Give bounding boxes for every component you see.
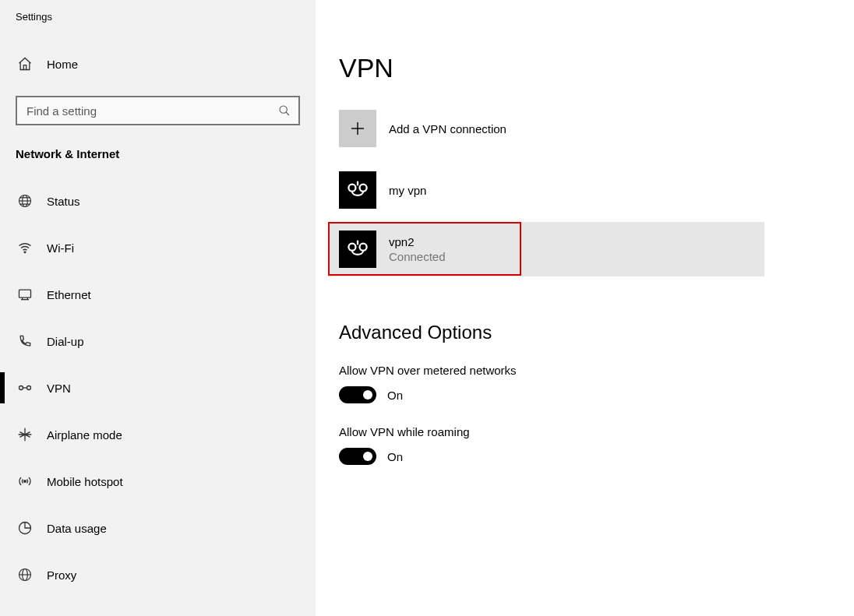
search-box[interactable] — [16, 96, 300, 125]
sidebar: Settings Home Network & Internet — [0, 0, 316, 616]
option-metered: Allow VPN over metered networks On — [339, 364, 854, 403]
hotspot-icon — [16, 473, 34, 489]
sidebar-item-label: Mobile hotspot — [47, 475, 123, 488]
vpn-connection-name: my vpn — [389, 184, 426, 197]
svg-point-11 — [27, 386, 31, 390]
ethernet-icon — [16, 287, 34, 302]
svg-point-10 — [19, 386, 23, 390]
svg-rect-6 — [19, 290, 31, 297]
airplane-icon — [16, 427, 34, 442]
sidebar-item-dialup[interactable]: Dial-up — [0, 318, 316, 364]
search-input[interactable] — [25, 104, 278, 118]
sidebar-item-proxy[interactable]: Proxy — [0, 551, 316, 598]
page-title: VPN — [339, 53, 854, 83]
add-vpn-button[interactable]: Add a VPN connection — [339, 110, 854, 147]
phone-icon — [16, 333, 34, 349]
svg-point-23 — [360, 244, 367, 251]
wifi-icon — [16, 240, 34, 255]
svg-point-19 — [348, 185, 355, 192]
option-label: Allow VPN while roaming — [339, 425, 854, 438]
sidebar-home[interactable]: Home — [0, 46, 316, 82]
vpn-connection-item[interactable]: my vpn — [339, 171, 854, 209]
vpn-connection-icon — [339, 231, 376, 268]
svg-point-20 — [360, 185, 367, 192]
sidebar-item-label: Ethernet — [47, 288, 91, 301]
app-title: Settings — [0, 0, 316, 46]
sidebar-item-label: VPN — [47, 382, 71, 395]
vpn-connection-item-selected[interactable]: vpn2 Connected — [328, 222, 764, 276]
vpn-icon — [16, 380, 34, 396]
svg-point-0 — [280, 106, 287, 113]
option-roaming: Allow VPN while roaming On — [339, 425, 854, 465]
sidebar-item-vpn[interactable]: VPN — [0, 364, 316, 411]
nav-list: Status Wi-Fi — [0, 178, 316, 598]
toggle-state-label: On — [387, 450, 403, 463]
toggle-metered[interactable] — [339, 386, 376, 403]
sidebar-item-label: Wi-Fi — [47, 241, 74, 255]
toggle-roaming[interactable] — [339, 448, 376, 465]
pie-icon — [16, 520, 34, 536]
sidebar-item-ethernet[interactable]: Ethernet — [0, 271, 316, 318]
svg-point-5 — [24, 252, 26, 253]
plus-icon — [339, 110, 376, 147]
sidebar-item-label: Status — [47, 195, 80, 208]
sidebar-item-wifi[interactable]: Wi-Fi — [0, 224, 316, 271]
vpn-connection-name: vpn2 — [389, 235, 446, 248]
home-icon — [16, 56, 34, 72]
add-vpn-label: Add a VPN connection — [389, 122, 506, 136]
home-label: Home — [47, 58, 78, 71]
sidebar-item-label: Data usage — [47, 522, 107, 535]
sidebar-item-label: Dial-up — [47, 335, 84, 348]
sidebar-item-hotspot[interactable]: Mobile hotspot — [0, 458, 316, 505]
vpn-connection-status: Connected — [389, 250, 446, 263]
sidebar-item-label: Airplane mode — [47, 428, 122, 442]
toggle-state-label: On — [387, 389, 403, 402]
main-content: VPN Add a VPN connection my — [316, 0, 854, 616]
sidebar-item-data-usage[interactable]: Data usage — [0, 505, 316, 551]
globe-icon — [16, 567, 34, 583]
globe-icon — [16, 193, 34, 209]
vpn-connection-icon — [339, 171, 376, 209]
advanced-options-heading: Advanced Options — [339, 322, 854, 343]
svg-point-22 — [348, 244, 355, 251]
svg-line-1 — [286, 112, 289, 115]
sidebar-item-label: Proxy — [47, 568, 76, 582]
search-icon — [278, 104, 291, 117]
svg-point-12 — [24, 480, 26, 483]
sidebar-item-airplane[interactable]: Airplane mode — [0, 411, 316, 458]
option-label: Allow VPN over metered networks — [339, 364, 854, 377]
sidebar-section-label: Network & Internet — [0, 144, 316, 178]
sidebar-item-status[interactable]: Status — [0, 178, 316, 224]
